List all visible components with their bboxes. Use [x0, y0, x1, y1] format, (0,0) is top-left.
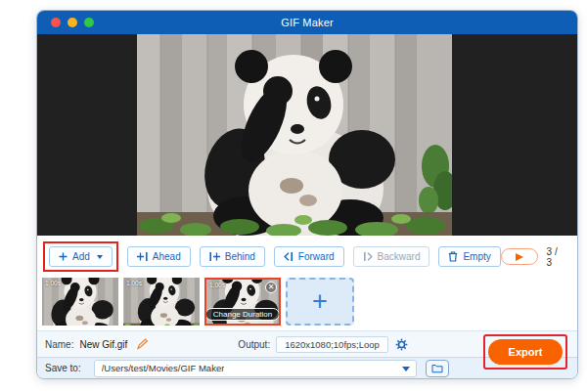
frame-thumbnail-1[interactable]: 1.00s — [42, 278, 118, 326]
frame-toolbar: Add Ahead Behind Forward Backward — [37, 236, 577, 278]
close-window-button[interactable] — [51, 18, 61, 27]
caret-down-icon — [97, 255, 103, 259]
forward-button[interactable]: Forward — [274, 246, 344, 267]
move-backward-icon — [363, 252, 373, 261]
add-label: Add — [72, 251, 90, 262]
backward-button[interactable]: Backward — [353, 246, 430, 267]
gif-maker-window: GIF Maker Add Ahead Behind — [36, 10, 578, 379]
pencil-icon — [136, 338, 148, 350]
save-path-dropdown[interactable]: /Users/test/Movies/GIF Maker — [94, 360, 417, 377]
ahead-label: Ahead — [153, 251, 181, 262]
ahead-button[interactable]: Ahead — [127, 246, 191, 267]
add-frame-tile[interactable]: + — [286, 278, 354, 326]
frame-3-duration: 1.00s — [209, 282, 225, 288]
frame-timeline: 1.00s 1.00s 1.00s ✕ Change Duration + — [37, 278, 577, 330]
export-button-highlight: Export — [483, 334, 567, 370]
gif-name-value: New Gif.gif — [79, 339, 127, 350]
preview-area — [37, 34, 577, 236]
change-duration-button[interactable]: Change Duration — [205, 308, 280, 321]
plus-icon — [59, 252, 68, 261]
play-icon — [516, 253, 523, 261]
preview-panda-image — [137, 34, 452, 236]
add-ahead-icon — [137, 252, 148, 261]
output-settings-value: 1620x1080;10fps;Loop — [276, 336, 388, 353]
move-forward-icon — [284, 252, 294, 261]
behind-label: Behind — [225, 251, 255, 262]
add-button-highlight: Add — [43, 241, 118, 272]
name-label: Name: — [45, 339, 73, 350]
dropdown-arrow-icon[interactable] — [402, 367, 410, 371]
window-title: GIF Maker — [281, 17, 334, 28]
folder-icon — [431, 364, 443, 373]
edit-name-button[interactable] — [136, 338, 148, 350]
frame-thumbnail-3-selected[interactable]: 1.00s ✕ Change Duration — [204, 278, 281, 326]
backward-label: Backward — [378, 251, 421, 262]
behind-button[interactable]: Behind — [200, 246, 265, 267]
gear-icon — [395, 338, 408, 351]
export-button[interactable]: Export — [488, 339, 563, 365]
frame-thumbnail-2[interactable]: 1.00s — [123, 278, 200, 326]
browse-folder-button[interactable] — [426, 360, 449, 377]
frame-counter: 3 / 3 — [547, 246, 564, 268]
frame-1-duration: 1.00s — [45, 280, 61, 286]
output-settings-button[interactable] — [395, 338, 408, 351]
add-button[interactable]: Add — [49, 246, 113, 267]
save-path-value: /Users/test/Movies/GIF Maker — [102, 363, 225, 373]
output-label: Output: — [238, 339, 270, 350]
frame-2-duration: 1.00s — [126, 280, 142, 286]
title-bar: GIF Maker — [37, 11, 577, 34]
play-button[interactable] — [501, 248, 538, 265]
empty-label: Empty — [463, 251, 490, 262]
add-behind-icon — [209, 252, 220, 261]
trash-icon — [448, 251, 458, 262]
window-controls — [51, 11, 94, 34]
empty-button[interactable]: Empty — [438, 246, 500, 267]
save-to-label: Save to: — [45, 363, 81, 373]
add-frame-plus-icon: + — [312, 288, 328, 315]
zoom-window-button[interactable] — [84, 18, 94, 27]
forward-label: Forward — [298, 251, 335, 262]
remove-frame-button[interactable]: ✕ — [265, 282, 277, 293]
minimize-window-button[interactable] — [68, 18, 77, 27]
